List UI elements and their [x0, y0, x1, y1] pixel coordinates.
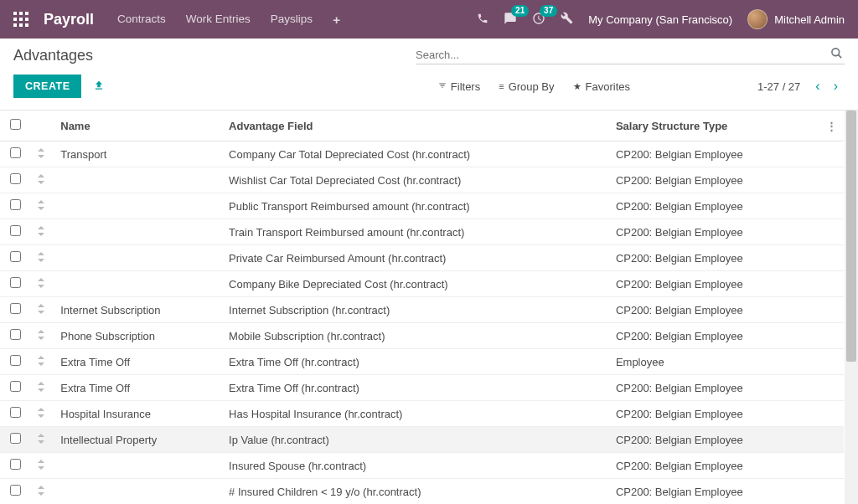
table-row[interactable]: TransportCompany Car Total Depreciated C… [0, 141, 844, 167]
table-row[interactable]: Hospital InsuranceHas Hospital Insurance… [0, 401, 844, 427]
tools-icon[interactable] [561, 12, 573, 27]
filters-menu[interactable]: Filters [438, 80, 480, 93]
table-row[interactable]: Company Bike Depreciated Cost (hr.contra… [0, 271, 844, 297]
cell-name [54, 271, 222, 297]
table-row[interactable]: Private Car Reimbursed Amount (hr.contra… [0, 245, 844, 271]
nav-add-menu[interactable]: + [333, 13, 340, 27]
row-checkbox[interactable] [10, 381, 21, 392]
messaging-badge: 21 [511, 5, 529, 17]
cell-struct: CP200: Belgian Employee [609, 193, 819, 219]
cell-field: Train Transport Reimbursed amount (hr.co… [222, 219, 609, 245]
activity-icon[interactable]: 37 [532, 12, 545, 28]
list-view: Name Advantage Field Salary Structure Ty… [0, 111, 858, 504]
row-checkbox[interactable] [10, 329, 21, 340]
col-header-field[interactable]: Advantage Field [222, 111, 609, 141]
cell-name: Hospital Insurance [54, 401, 222, 427]
drag-handle-icon[interactable] [30, 271, 54, 297]
nav-contracts[interactable]: Contracts [117, 13, 166, 27]
row-checkbox[interactable] [10, 407, 21, 418]
pager-text[interactable]: 1-27 / 27 [757, 80, 800, 93]
filter-icon [438, 81, 447, 91]
row-checkbox[interactable] [10, 277, 21, 288]
drag-handle-icon[interactable] [30, 323, 54, 349]
table-row[interactable]: Wishlist Car Total Depreciated Cost (hr.… [0, 167, 844, 193]
advantages-table: Name Advantage Field Salary Structure Ty… [0, 111, 844, 504]
table-row[interactable]: Extra Time OffExtra Time Off (hr.contrac… [0, 349, 844, 375]
groupby-menu[interactable]: ≡ Group By [499, 80, 554, 93]
scrollbar[interactable] [845, 111, 858, 504]
drag-handle-icon[interactable] [30, 297, 54, 323]
nav-work-entries[interactable]: Work Entries [186, 13, 251, 27]
cell-field: Private Car Reimbursed Amount (hr.contra… [222, 245, 609, 271]
pager-next[interactable]: › [827, 79, 845, 94]
cell-name: Internet Subscription [54, 297, 222, 323]
drag-handle-icon[interactable] [30, 349, 54, 375]
nav-payslips[interactable]: Payslips [271, 13, 313, 27]
table-row[interactable]: Phone SubscriptionMobile Subscription (h… [0, 323, 844, 349]
nav-menu: Contracts Work Entries Payslips + [117, 13, 340, 27]
cell-name [54, 219, 222, 245]
cell-name: Extra Time Off [54, 375, 222, 401]
user-menu[interactable]: Mitchell Admin [747, 9, 845, 29]
drag-handle-icon[interactable] [30, 401, 54, 427]
cell-name [54, 479, 222, 505]
drag-handle-icon[interactable] [30, 453, 54, 479]
control-panel: Advantages CREATE Filters ≡ Group By [0, 39, 858, 111]
messaging-icon[interactable]: 21 [504, 12, 517, 28]
cell-struct: CP200: Belgian Employee [609, 427, 819, 453]
scrollbar-thumb[interactable] [846, 111, 856, 362]
table-row[interactable]: Internet SubscriptionInternet Subscripti… [0, 297, 844, 323]
cell-name [54, 193, 222, 219]
company-selector[interactable]: My Company (San Francisco) [588, 13, 732, 26]
create-button[interactable]: CREATE [13, 75, 81, 98]
drag-handle-icon[interactable] [30, 427, 54, 453]
cell-struct: CP200: Belgian Employee [609, 271, 819, 297]
drag-handle-icon[interactable] [30, 245, 54, 271]
search-input[interactable] [416, 49, 829, 61]
col-header-struct[interactable]: Salary Structure Type [609, 111, 819, 141]
row-checkbox[interactable] [10, 485, 21, 496]
search-icon[interactable] [829, 47, 845, 62]
cell-struct: CP200: Belgian Employee [609, 401, 819, 427]
filters-label: Filters [451, 80, 480, 93]
avatar [747, 9, 768, 29]
drag-handle-icon[interactable] [30, 375, 54, 401]
pager-prev[interactable]: ‹ [809, 79, 826, 94]
row-checkbox[interactable] [10, 459, 21, 470]
select-all-checkbox[interactable] [10, 119, 21, 130]
table-row[interactable]: Train Transport Reimbursed amount (hr.co… [0, 219, 844, 245]
row-checkbox[interactable] [10, 147, 21, 158]
table-row[interactable]: Public Transport Reimbursed amount (hr.c… [0, 193, 844, 219]
apps-icon[interactable] [13, 12, 28, 27]
favorites-menu[interactable]: ★ Favorites [573, 80, 630, 93]
row-checkbox[interactable] [10, 355, 21, 366]
phone-icon[interactable] [477, 13, 488, 27]
drag-handle-icon[interactable] [30, 193, 54, 219]
row-checkbox[interactable] [10, 303, 21, 314]
table-row[interactable]: Insured Spouse (hr.contract)CP200: Belgi… [0, 453, 844, 479]
drag-handle-icon[interactable] [30, 219, 54, 245]
app-brand[interactable]: Payroll [44, 11, 94, 28]
row-checkbox[interactable] [10, 251, 21, 262]
cell-name: Phone Subscription [54, 323, 222, 349]
drag-handle-icon[interactable] [30, 141, 54, 167]
optional-columns[interactable]: ⋮ [819, 111, 844, 141]
cell-field: Ip Value (hr.contract) [222, 427, 609, 453]
row-checkbox[interactable] [10, 225, 21, 236]
row-checkbox[interactable] [10, 433, 21, 444]
svg-point-0 [832, 49, 840, 56]
row-checkbox[interactable] [10, 199, 21, 210]
drag-handle-icon[interactable] [30, 167, 54, 193]
cell-struct: CP200: Belgian Employee [609, 323, 819, 349]
row-checkbox[interactable] [10, 173, 21, 184]
cell-struct: CP200: Belgian Employee [609, 375, 819, 401]
navbar: Payroll Contracts Work Entries Payslips … [0, 0, 858, 39]
table-row[interactable]: Intellectual PropertyIp Value (hr.contra… [0, 427, 844, 453]
table-row[interactable]: # Insured Children < 19 y/o (hr.contract… [0, 479, 844, 505]
col-header-name[interactable]: Name [54, 111, 222, 141]
drag-handle-icon[interactable] [30, 479, 54, 505]
import-icon[interactable] [93, 80, 105, 94]
table-header-row: Name Advantage Field Salary Structure Ty… [0, 111, 844, 141]
cell-field: # Insured Children < 19 y/o (hr.contract… [222, 479, 609, 505]
table-row[interactable]: Extra Time OffExtra Time Off (hr.contrac… [0, 375, 844, 401]
